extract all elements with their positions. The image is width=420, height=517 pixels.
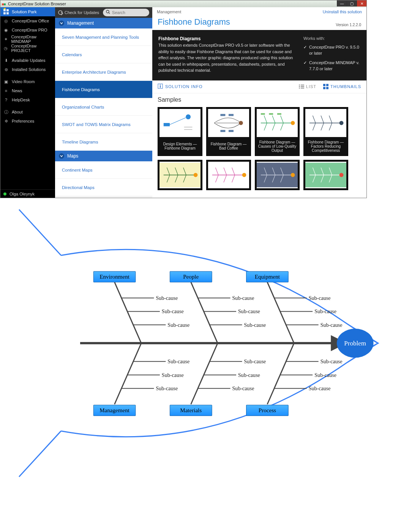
- category-label: Materials: [180, 407, 202, 413]
- user-status[interactable]: Olga Oleynyk: [0, 189, 55, 198]
- check-icon: ✓: [303, 44, 307, 57]
- sidebar-item-project[interactable]: ◷ConceptDraw PROJECT: [0, 44, 55, 53]
- svg-point-20: [186, 114, 191, 119]
- svg-point-27: [239, 121, 243, 125]
- subcause-label: Sub-cause: [156, 385, 178, 391]
- nav-item[interactable]: Calendars: [55, 46, 152, 63]
- sample-card[interactable]: [206, 160, 251, 190]
- problem-label: Problem: [344, 340, 366, 347]
- svg-rect-36: [277, 113, 281, 115]
- svg-rect-3: [6, 12, 9, 14]
- uninstall-link[interactable]: Uninstall this solution: [323, 9, 362, 14]
- subcause-label: Sub-cause: [238, 372, 260, 378]
- svg-rect-15: [323, 84, 325, 86]
- app-window: ConceptDraw Solution Browser — ▢ ✕ Solut…: [0, 0, 367, 198]
- svg-line-116: [267, 343, 294, 404]
- sample-card[interactable]: Fishbone Diagram — Causes of Low-Quality…: [255, 107, 300, 156]
- view-thumbnails-button[interactable]: THUMBNAILS: [323, 84, 361, 89]
- status-dot-icon: [3, 192, 6, 195]
- svg-point-46: [339, 121, 344, 125]
- tab-solution-info[interactable]: SOLUTION INFO: [158, 84, 203, 90]
- window-maximize-button[interactable]: ▢: [347, 0, 357, 6]
- nav-item[interactable]: Organizational Charts: [55, 98, 152, 116]
- svg-rect-35: [269, 113, 273, 115]
- sample-thumbnail: [257, 162, 298, 188]
- sample-card[interactable]: [255, 160, 300, 190]
- nav-group-header[interactable]: Maps: [55, 151, 152, 161]
- primary-sidebar: Solution Park ◎ConceptDraw Office ◉Conce…: [0, 7, 55, 198]
- sidebar-item-about[interactable]: ⓘAbout: [0, 107, 55, 117]
- window-title: ConceptDraw Solution Browser: [8, 2, 66, 6]
- works-with-header: Works with:: [303, 35, 360, 42]
- sidebar-item-pro[interactable]: ◉ConceptDraw PRO: [0, 25, 55, 35]
- svg-line-111: [191, 343, 218, 404]
- svg-point-55: [194, 173, 198, 177]
- svg-rect-2: [3, 12, 6, 14]
- nav-item[interactable]: Fishbone Diagrams: [55, 81, 152, 98]
- category-label: Environment: [99, 274, 130, 280]
- sample-thumbnail: [208, 109, 249, 137]
- sample-thumbnail: [208, 162, 249, 188]
- svg-rect-12: [301, 86, 304, 87]
- download-icon: ⬇: [3, 58, 9, 63]
- solutions-panel: Check for Updates ManagementSeven Manage…: [55, 7, 152, 198]
- svg-rect-18: [326, 87, 328, 89]
- hero-body: This solution extends ConceptDraw PRO v9…: [158, 43, 293, 73]
- subcause-label: Sub-cause: [232, 295, 254, 301]
- subcause-label: Sub-cause: [238, 308, 260, 314]
- svg-rect-31: [229, 130, 234, 132]
- info-box-icon: [158, 84, 163, 90]
- subcause-label: Sub-cause: [321, 358, 343, 364]
- disk-icon: ⊚: [3, 67, 9, 72]
- svg-rect-1: [6, 9, 9, 11]
- sidebar-item-installed[interactable]: ⊚Installed Solutions: [0, 65, 55, 74]
- view-list-button[interactable]: LIST: [299, 84, 316, 89]
- content-area: Management Uninstall this solution Fishb…: [152, 7, 366, 198]
- svg-rect-11: [299, 86, 300, 87]
- svg-rect-7: [160, 85, 161, 85]
- sidebar-item-news[interactable]: ≡News: [0, 86, 55, 95]
- subcause-label: Sub-cause: [244, 358, 266, 364]
- sample-card[interactable]: Fishbone Diagram — Factors Reducing Comp…: [303, 107, 348, 156]
- nav-item[interactable]: Continent Maps: [55, 161, 152, 179]
- sample-card[interactable]: [158, 160, 202, 190]
- search-input[interactable]: [112, 10, 146, 15]
- svg-rect-29: [229, 114, 234, 116]
- sample-thumbnail: [159, 109, 201, 137]
- sidebar-item-available-updates[interactable]: ⬇Available Updates: [0, 56, 55, 65]
- page-title: Fishbone Diagrams: [158, 17, 230, 27]
- search-box[interactable]: [103, 9, 149, 16]
- sample-card[interactable]: Fishbone Diagram — Bad Coffee: [206, 107, 251, 156]
- check-icon: ✓: [303, 60, 307, 72]
- sidebar-item-solution-park[interactable]: Solution Park: [0, 7, 55, 16]
- sample-thumbnail: [257, 109, 298, 137]
- nav-item[interactable]: Directional Maps: [55, 179, 152, 196]
- sample-card[interactable]: Design Elements — Fishbone Diagram: [158, 107, 202, 156]
- subcause-label: Sub-cause: [314, 372, 336, 378]
- svg-rect-16: [326, 84, 328, 86]
- circle-icon: ◉: [3, 27, 9, 33]
- svg-point-73: [291, 173, 295, 177]
- svg-rect-10: [301, 85, 304, 85]
- nav-item[interactable]: Enterprise Architecture Diagrams: [55, 63, 152, 81]
- sidebar-item-helpdesk[interactable]: ?HelpDesk: [0, 95, 55, 104]
- window-minimize-button[interactable]: —: [337, 0, 347, 6]
- sidebar-item-preferences[interactable]: ✲Preferences: [0, 117, 55, 126]
- sidebar-item-office[interactable]: ◎ConceptDraw Office: [0, 16, 55, 25]
- check-updates-button[interactable]: Check for Updates: [58, 10, 99, 15]
- subcause-label: Sub-cause: [309, 295, 331, 301]
- svg-rect-8: [160, 86, 161, 88]
- window-close-button[interactable]: ✕: [357, 0, 366, 6]
- category-label: Process: [259, 407, 276, 413]
- sample-card[interactable]: [303, 160, 348, 190]
- svg-rect-34: [261, 113, 265, 115]
- nav-group-header[interactable]: Management: [55, 18, 152, 28]
- svg-rect-14: [301, 88, 304, 88]
- nav-item[interactable]: Timeline Diagrams: [55, 133, 152, 151]
- sidebar-item-video[interactable]: ▣Video Room: [0, 77, 55, 86]
- nav-item[interactable]: Seven Management and Planning Tools: [55, 28, 152, 46]
- play-icon: ▣: [3, 79, 9, 84]
- subcause-label: Sub-cause: [156, 295, 178, 301]
- nav-item[interactable]: SWOT and TOWS Matrix Diagrams: [55, 116, 152, 133]
- sidebar-item-mindmap[interactable]: ✶ConceptDraw MINDMAP: [0, 35, 55, 44]
